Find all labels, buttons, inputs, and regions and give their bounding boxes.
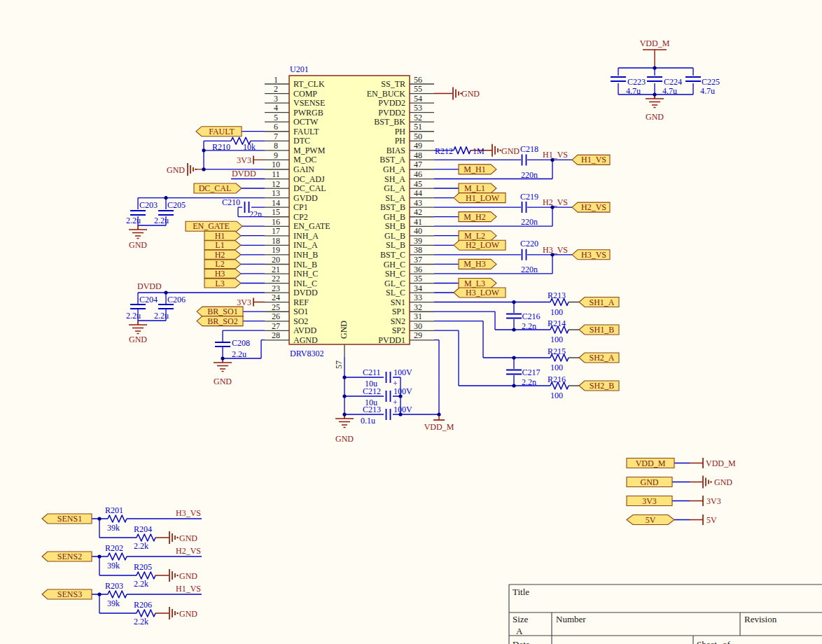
net-flag-label-m_h3: M_H3 <box>464 259 485 269</box>
resistor-R216[interactable]: R216100 <box>548 374 569 401</box>
net-flag-label-br_so1: BR_SO1 <box>207 307 237 316</box>
net-flag-br_so2[interactable]: BR_SO2 <box>197 316 243 326</box>
resistor-R201[interactable]: R20139k <box>105 505 127 533</box>
net-flag-h1_vs[interactable]: H1_VS <box>572 155 610 164</box>
net-flag-l1[interactable]: L1 <box>204 240 241 250</box>
resistor-ref-R204: R204 <box>134 524 152 534</box>
net-name-text: VDD_M <box>424 422 454 432</box>
net-flag-sens1[interactable]: SENS1 <box>42 514 92 524</box>
resistor-R205[interactable]: R2052.2k <box>134 562 155 589</box>
net-flag-h2_low[interactable]: H2_LOW <box>454 240 506 250</box>
net-flag-h2[interactable]: H2 <box>204 250 241 260</box>
pin-number-3: 3 <box>274 94 278 104</box>
capacitor-C223[interactable]: C2234.7u <box>611 77 646 96</box>
resistor-R215[interactable]: R215100 <box>548 346 569 373</box>
net-flag-sh1_a[interactable]: SH1_A <box>579 298 619 307</box>
net-flag-conn_5v[interactable]: 5V <box>627 515 674 525</box>
junction-dot <box>653 66 656 69</box>
pin-number-54: 54 <box>414 94 422 104</box>
net-flag-br_so1[interactable]: BR_SO1 <box>197 307 243 316</box>
resistor-R213[interactable]: R213100 <box>548 290 569 317</box>
junction-dot <box>550 206 554 209</box>
resistor-symbol <box>137 572 155 579</box>
net-flag-h3_low[interactable]: H3_LOW <box>454 288 506 298</box>
pin-name-32: SP1 <box>392 307 405 316</box>
net-flag-label-h2: H2 <box>215 250 225 260</box>
capacitor-C204[interactable]: C2042.2u <box>126 295 158 321</box>
resistor-R214[interactable]: R214100 <box>548 318 569 345</box>
resistor-R202[interactable]: R20239k <box>105 543 127 570</box>
net-flag-m_l2[interactable]: M_L2 <box>459 231 496 241</box>
net-flag-fault[interactable]: FAULT <box>196 127 242 136</box>
net-flag-h3_vs[interactable]: H3_VS <box>572 250 610 260</box>
junction-dot <box>512 356 515 359</box>
capacitor-value-C216: 2.2n <box>522 321 536 331</box>
net-flag-conn_vdd_m[interactable]: VDD_M <box>627 458 674 468</box>
resistor-ref-R215: R215 <box>548 346 566 356</box>
net-flag-h3[interactable]: H3 <box>204 269 241 279</box>
pin-number-4: 4 <box>274 103 278 113</box>
resistor-ref-R202: R202 <box>105 543 123 553</box>
pin-name-33: SN1 <box>391 298 405 307</box>
capacitor-symbol <box>647 77 662 81</box>
capacitor-C211[interactable]: C21110u100V+ <box>363 368 412 388</box>
pin-name-34: SL_C <box>386 288 405 298</box>
pin-name-54: PVDD2 <box>378 98 405 108</box>
net-flag-h1_low[interactable]: H1_LOW <box>454 193 506 203</box>
capacitor-C206[interactable]: C2062.2u <box>154 295 186 321</box>
net-name-text: GND <box>179 609 197 619</box>
net-flag-m_h1[interactable]: M_H1 <box>459 164 496 174</box>
net-flag-sh2_a[interactable]: SH2_A <box>579 353 619 363</box>
net-flag-l3[interactable]: L3 <box>204 279 241 288</box>
net-flag-l2[interactable]: L2 <box>204 259 241 269</box>
net-flag-dc_cal[interactable]: DC_CAL <box>194 183 242 193</box>
pin-number-39: 39 <box>414 236 422 246</box>
pin-number-34: 34 <box>414 284 422 293</box>
net-flag-m_h2[interactable]: M_H2 <box>459 212 496 222</box>
capacitor-C225[interactable]: C2254.7u <box>685 77 720 96</box>
capacitor-C203[interactable]: C2032.2u <box>126 200 158 226</box>
net-flag-sh1_b[interactable]: SH1_B <box>579 325 619 335</box>
net-flag-sens2[interactable]: SENS2 <box>42 552 92 561</box>
net-flag-h2_vs[interactable]: H2_VS <box>572 202 610 212</box>
pin-name-29: PVDD1 <box>378 335 405 345</box>
net-flag-m_l3[interactable]: M_L3 <box>459 279 496 288</box>
net-flag-m_l1[interactable]: M_L1 <box>459 183 496 193</box>
net-flag-label-h3_vs: H3_VS <box>581 250 606 260</box>
resistor-value-R203: 39k <box>107 598 120 608</box>
capacitor-C220[interactable]: C220220n <box>520 239 538 274</box>
pin-number-1: 1 <box>274 75 278 85</box>
capacitor-C219[interactable]: C219220n <box>520 192 538 227</box>
capacitor-C205[interactable]: C2052.2u <box>154 200 186 226</box>
resistor-R203[interactable]: R20339k <box>105 581 127 608</box>
resistor-R212[interactable]: R2121M <box>435 146 485 156</box>
pin-name-7: DTC <box>293 136 310 146</box>
net-flag-sens3[interactable]: SENS3 <box>42 589 92 599</box>
net-flag-conn_3v3[interactable]: 3V3 <box>627 496 672 506</box>
capacitor-C216[interactable]: C2162.2n <box>506 312 541 331</box>
capacitor-C218[interactable]: C218220n <box>520 144 538 180</box>
net-flag-m_h3[interactable]: M_H3 <box>459 259 496 269</box>
capacitor-C224[interactable]: C2244.7u <box>647 77 682 96</box>
net-flag-conn_gnd[interactable]: GND <box>627 477 672 487</box>
gnd-bars-icon <box>703 476 709 489</box>
net-flag-h1[interactable]: H1 <box>204 231 241 241</box>
pin-number-20: 20 <box>272 255 280 265</box>
pin-name-55: EN_BUCK <box>367 89 406 99</box>
capacitor-C213[interactable]: C2130.1u100V <box>361 405 412 426</box>
ic-designator: U201 <box>290 64 309 74</box>
capacitor-C210[interactable]: C21022n <box>222 197 262 219</box>
capacitor-C208[interactable]: C2082.2u <box>215 338 250 359</box>
net-flag-label-h1_low: H1_LOW <box>466 193 500 203</box>
junction-dot <box>97 554 101 558</box>
capacitor-C217[interactable]: C2172.2n <box>506 368 541 387</box>
resistor-R206[interactable]: R2062.2k <box>134 600 155 626</box>
pin-name-26: SO2 <box>293 316 308 326</box>
resistor-R204[interactable]: R2042.2k <box>134 524 155 551</box>
gnd-bars-dot <box>176 575 178 576</box>
pin-name-41: SH_B <box>385 221 405 231</box>
net-flag-en_gate[interactable]: EN_GATE <box>186 221 242 231</box>
net-flag-sh2_b[interactable]: SH2_B <box>579 381 619 391</box>
resistor-R210[interactable]: R21010k <box>212 137 256 152</box>
resistor-value-R210: 10k <box>243 142 256 152</box>
